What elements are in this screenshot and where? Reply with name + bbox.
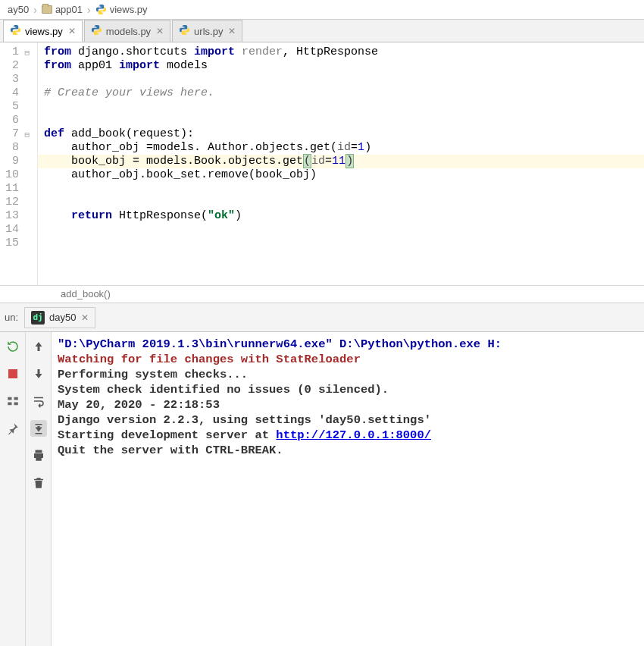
soft-wrap-button[interactable] <box>30 393 47 409</box>
folder-icon <box>42 5 52 14</box>
code-line[interactable]: def add_book(request): <box>44 127 194 140</box>
tab-views[interactable]: views.py ✕ <box>3 20 83 42</box>
code-line[interactable]: book_obj = models.Book.objects.get(id=11… <box>38 155 644 168</box>
fold-toggle-icon[interactable]: ⊟ <box>24 46 30 60</box>
code-editor[interactable]: 1⊟234567⊟89101112131415 from django.shor… <box>0 42 644 285</box>
layout-button[interactable] <box>5 393 21 409</box>
svg-rect-0 <box>8 397 11 400</box>
console-line: System check identified no issues (0 sil… <box>58 382 638 397</box>
python-file-icon <box>91 24 102 38</box>
line-number: 1⊟ <box>0 45 30 59</box>
breadcrumb-separator: › <box>32 4 39 16</box>
line-number: 14 <box>0 223 30 237</box>
console-line: Performing system checks... <box>58 367 638 382</box>
line-number: 6 <box>0 114 30 127</box>
console-line: "D:\PyCharm 2019.1.3\bin\runnerw64.exe" … <box>58 337 638 352</box>
breadcrumb-label: app01 <box>55 4 83 15</box>
line-number: 12 <box>0 196 30 209</box>
breadcrumb-separator: › <box>86 4 92 16</box>
code-line[interactable]: from app01 import models <box>44 59 208 72</box>
run-toolwindow-body: "D:\PyCharm 2019.1.3\bin\runnerw64.exe" … <box>0 332 644 646</box>
breadcrumb-item-file[interactable]: views.py <box>92 2 151 17</box>
line-number: 9 <box>0 155 30 168</box>
scroll-to-end-button[interactable] <box>30 420 47 437</box>
tab-label: models.py <box>106 26 151 37</box>
scope-label: add_book() <box>61 288 111 299</box>
code-line[interactable]: return HttpResponse("ok") <box>44 209 242 222</box>
code-line[interactable]: author_obj =models. Author.objects.get(i… <box>44 141 371 154</box>
tab-models[interactable]: models.py ✕ <box>84 20 170 42</box>
breadcrumb-item-project[interactable]: ay50 <box>5 2 32 17</box>
python-file-icon <box>179 24 190 38</box>
down-button[interactable] <box>30 365 47 382</box>
line-number: 4 <box>0 86 30 100</box>
tab-urls[interactable]: urls.py ✕ <box>172 20 242 42</box>
stop-button[interactable] <box>5 365 21 382</box>
stop-icon <box>8 369 17 378</box>
close-icon[interactable]: ✕ <box>67 26 76 36</box>
breadcrumb-label: views.py <box>110 4 148 15</box>
code-line[interactable]: author_obj.book_set.remove(book_obj) <box>44 168 317 181</box>
fold-toggle-icon[interactable]: ⊟ <box>24 128 30 142</box>
python-file-icon <box>10 24 21 38</box>
breadcrumb-bar: ay50 › app01 › views.py <box>0 0 644 20</box>
console-line: Watching for file changes with StatReloa… <box>58 352 638 367</box>
scope-breadcrumb[interactable]: add_book() <box>0 285 644 303</box>
line-number: 10 <box>0 168 30 182</box>
line-number: 15 <box>0 237 30 250</box>
run-actions-primary <box>0 332 26 646</box>
console-line: Starting development server at http://12… <box>58 428 638 443</box>
clear-button[interactable] <box>30 475 47 491</box>
svg-rect-3 <box>14 403 17 406</box>
breadcrumb-label: ay50 <box>8 4 29 15</box>
breadcrumb-item-folder[interactable]: app01 <box>39 2 86 17</box>
console-output[interactable]: "D:\PyCharm 2019.1.3\bin\runnerw64.exe" … <box>52 332 644 646</box>
run-toolwindow-header: un: dj day50 ✕ <box>0 303 644 332</box>
run-config-tab[interactable]: dj day50 ✕ <box>24 307 95 328</box>
run-config-name: day50 <box>49 312 76 323</box>
tab-label: urls.py <box>194 26 223 37</box>
django-icon: dj <box>31 311 45 325</box>
close-icon[interactable]: ✕ <box>81 312 89 323</box>
rerun-button[interactable] <box>5 338 21 355</box>
console-line: May 20, 2020 - 22:18:53 <box>58 397 638 412</box>
console-line: Django version 2.2.3, using settings 'da… <box>58 412 638 428</box>
code-content[interactable]: from django.shortcuts import render, Htt… <box>38 42 644 285</box>
line-number: 8 <box>0 141 30 155</box>
console-link[interactable]: http://127.0.0.1:8000/ <box>276 428 431 442</box>
tab-label: views.py <box>25 26 63 37</box>
editor-tabs: views.py ✕ models.py ✕ urls.py ✕ <box>0 20 644 42</box>
python-file-icon <box>95 4 107 15</box>
pin-button[interactable] <box>5 420 21 437</box>
svg-rect-1 <box>14 397 17 400</box>
run-actions-secondary <box>26 332 52 646</box>
line-number: 2 <box>0 59 30 73</box>
close-icon[interactable]: ✕ <box>155 26 164 36</box>
close-icon[interactable]: ✕ <box>227 26 236 36</box>
code-line[interactable]: from django.shortcuts import render, Htt… <box>44 45 378 58</box>
print-button[interactable] <box>30 447 47 464</box>
svg-rect-2 <box>8 403 11 406</box>
line-number-gutter: 1⊟234567⊟89101112131415 <box>0 42 38 285</box>
run-label: un: <box>5 312 18 323</box>
line-number: 3 <box>0 73 30 86</box>
line-number: 13 <box>0 209 30 223</box>
line-number: 11 <box>0 182 30 196</box>
line-number: 5 <box>0 100 30 114</box>
up-button[interactable] <box>30 338 47 355</box>
line-number: 7⊟ <box>0 127 30 141</box>
code-line[interactable]: # Create your views here. <box>44 86 214 99</box>
console-line: Quit the server with CTRL-BREAK. <box>58 443 638 458</box>
